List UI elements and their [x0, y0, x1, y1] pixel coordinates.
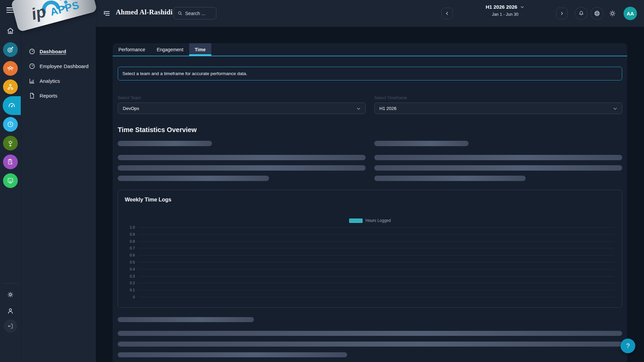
sidebar-item-label: Dashboard	[40, 49, 66, 54]
filters-row: Select Team DevOps Select Timeframe H1 2…	[118, 96, 622, 114]
notifications-button[interactable]	[575, 7, 588, 20]
bell-icon	[578, 10, 584, 16]
gridline	[138, 241, 614, 242]
team-filter-label: Select Team	[118, 96, 366, 100]
collapse-sidebar-icon[interactable]	[103, 9, 111, 17]
weekly-time-logs-chart: Weekly Time Logs Hours Logged 1.0 0.9 0.…	[118, 190, 622, 308]
icon-rail	[0, 0, 21, 362]
target-icon[interactable]	[3, 42, 18, 57]
gridline	[138, 290, 614, 290]
search-input[interactable]	[185, 11, 212, 16]
skeleton-bar	[118, 352, 347, 357]
skeleton-bar	[118, 165, 366, 171]
sidebar-item-label: Reports	[40, 93, 57, 99]
gridline	[138, 297, 614, 297]
topbar: Ahmed Al-Rashidi H1 2026 2026 Jan 1 - Ju…	[96, 0, 644, 27]
gridline	[138, 262, 614, 262]
avatar[interactable]: AA	[624, 7, 637, 20]
tab-bar: Performance Engagement Time	[113, 43, 627, 56]
skeleton-bar	[118, 342, 622, 347]
skeleton-bar	[374, 176, 526, 181]
skeleton-bar	[118, 317, 254, 322]
sidebar-item-analytics[interactable]: Analytics	[21, 73, 95, 88]
chart-legend[interactable]: Hours Logged	[125, 218, 615, 223]
y-tick-label: 0.5	[125, 260, 135, 264]
app-root: Dashboard Employee Dashboard Analytics R…	[0, 0, 644, 362]
help-button[interactable]: ?	[621, 339, 635, 353]
timeframe-filter: Select Timeframe H1 2026	[374, 96, 622, 114]
user-name: Ahmed Al-Rashidi	[116, 8, 173, 16]
gridline	[138, 248, 614, 248]
org-chart-icon[interactable]	[3, 79, 18, 94]
sidebar-item-reports[interactable]: Reports	[21, 88, 95, 103]
skeleton-bar	[118, 141, 212, 146]
clock-icon[interactable]	[3, 117, 18, 132]
team-filter: Select Team DevOps	[118, 96, 366, 114]
y-tick-label: 0.8	[125, 239, 135, 243]
team-icon[interactable]	[3, 61, 18, 76]
y-tick-label: 0.1	[125, 288, 135, 292]
stats-skeleton-grid	[118, 141, 622, 181]
tasks-icon[interactable]	[3, 155, 18, 169]
search-box[interactable]	[174, 7, 216, 19]
skeleton-bar	[374, 165, 622, 171]
period-prev-button[interactable]	[441, 8, 453, 19]
skeleton-bar	[374, 141, 469, 146]
gridline	[138, 227, 614, 228]
gridline	[138, 234, 614, 235]
y-tick-label: 0.7	[125, 246, 135, 250]
team-select-value: DevOps	[123, 106, 139, 111]
skeleton-bar	[374, 155, 622, 160]
profile-icon[interactable]	[4, 304, 17, 318]
skeleton-bar	[118, 176, 269, 181]
timeframe-select-value: H1 2026	[379, 106, 396, 111]
dashboard-rail-item-active[interactable]	[3, 96, 21, 115]
logout-icon[interactable]	[4, 319, 17, 333]
skeleton-column	[374, 141, 622, 181]
idea-icon[interactable]	[3, 136, 18, 150]
main-content: Performance Engagement Time Select a tea…	[96, 27, 644, 362]
period-title: H1 2026 2026	[486, 4, 517, 10]
sidebar-item-dashboard[interactable]: Dashboard	[21, 44, 95, 59]
settings-icon[interactable]	[4, 288, 17, 301]
team-select[interactable]: DevOps	[118, 103, 366, 114]
chart-plot-area: 1.0 0.9 0.8 0.7 0.6 0.5 0.4 0.3 0.2 0.1 …	[125, 227, 615, 297]
time-panel: Select a team and a timeframe for accura…	[113, 67, 627, 362]
skeleton-bar	[118, 155, 366, 160]
sun-icon	[608, 9, 616, 17]
sidebar-item-label: Analytics	[40, 78, 60, 84]
skeleton-column	[118, 141, 366, 181]
language-button[interactable]	[591, 7, 603, 20]
rail-divider	[3, 283, 18, 284]
home-icon[interactable]	[6, 27, 14, 35]
globe-icon	[594, 10, 600, 17]
period-next-button[interactable]	[556, 8, 568, 19]
y-tick-label: 0.4	[125, 267, 135, 271]
theme-toggle-button[interactable]	[608, 9, 616, 17]
gridline	[138, 283, 614, 283]
tab-engagement[interactable]: Engagement	[151, 43, 189, 56]
kiosk-icon[interactable]	[3, 173, 18, 188]
chevron-down-icon	[612, 106, 618, 111]
gridline	[138, 269, 614, 269]
dashboard-card: Performance Engagement Time Select a tea…	[113, 43, 627, 362]
period-selector[interactable]: H1 2026 2026 Jan 1 - Jun 30	[457, 4, 554, 17]
y-tick-label: 0.9	[125, 232, 135, 236]
search-icon	[177, 11, 183, 16]
timeframe-select[interactable]: H1 2026	[374, 103, 622, 114]
chevron-down-icon	[520, 5, 525, 9]
tab-performance[interactable]: Performance	[113, 43, 151, 56]
legend-label: Hours Logged	[366, 218, 391, 223]
skeleton-bar	[118, 331, 622, 336]
period-range: Jan 1 - Jun 30	[457, 12, 554, 17]
sidebar-item-label: Employee Dashboard	[40, 63, 89, 69]
timeframe-filter-label: Select Timeframe	[374, 96, 622, 100]
chevron-down-icon	[356, 106, 361, 111]
sidebar-item-employee-dashboard[interactable]: Employee Dashboard	[21, 59, 95, 73]
legend-swatch	[349, 219, 363, 223]
tab-time[interactable]: Time	[189, 43, 211, 56]
gridline	[138, 276, 614, 277]
bottom-skeleton-group	[118, 317, 622, 362]
overview-title: Time Statistics Overview	[118, 126, 622, 134]
info-banner: Select a team and a timeframe for accura…	[118, 67, 622, 80]
